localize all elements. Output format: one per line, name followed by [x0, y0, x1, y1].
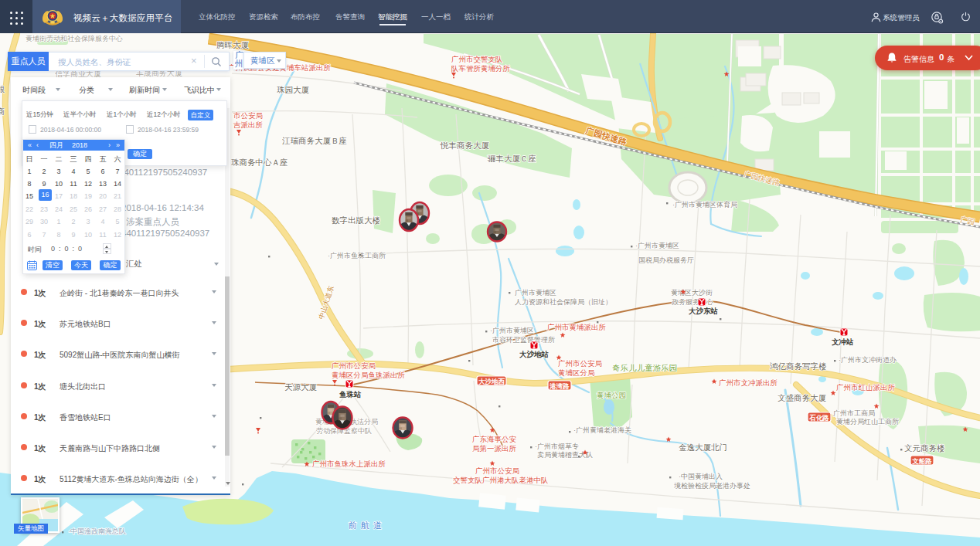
- svg-text:江瑞商务大厦Ｂ座: 江瑞商务大厦Ｂ座: [282, 136, 347, 145]
- svg-text:黄埔区大沙街: 黄埔区大沙街: [671, 289, 713, 297]
- svg-text:政务服务中心: 政务服务中心: [672, 298, 713, 306]
- svg-text:·广州黄埔老港海关: ·广州黄埔老港海关: [573, 426, 631, 434]
- svg-text:骊丰大厦Ｃ座: 骊丰大厦Ｃ座: [487, 154, 536, 163]
- svg-text:·广州市烟草专: ·广州市烟草专: [535, 443, 579, 450]
- svg-text:广州市公安局: 广州市公安局: [475, 466, 519, 475]
- svg-text:广州市鱼珠水上派出所: 广州市鱼珠水上派出所: [312, 460, 386, 468]
- svg-text:腾晖大厦: 腾晖大厦: [216, 40, 250, 49]
- svg-text:吉派出所: 吉派出所: [233, 120, 264, 129]
- svg-text:广州市工商局: 广州市工商局: [833, 409, 875, 417]
- svg-text:·广州市黄埔区: ·广州市黄埔区: [635, 242, 679, 249]
- svg-text:市公安局: 市公安局: [233, 111, 263, 120]
- svg-text:黄埔街劳动和社会保障服务中心: 黄埔街劳动和社会保障服务中心: [26, 35, 123, 42]
- svg-text:广东海事公安: 广东海事公安: [472, 435, 517, 443]
- svg-text:根: 根: [0, 85, 5, 93]
- svg-text:广州市交警支队: 广州市交警支队: [451, 55, 503, 63]
- svg-text:局第一派出所: 局第一派出所: [472, 444, 517, 453]
- svg-text:文冲站: 文冲站: [832, 337, 854, 346]
- svg-text:广州市黄埔派出所: 广州市黄埔派出所: [547, 323, 607, 331]
- svg-text:大沙东站: 大沙东站: [689, 307, 719, 315]
- svg-text:天源大厦: 天源大厦: [284, 382, 318, 392]
- svg-text:·广州市黄埔区体育局: ·广州市黄埔区体育局: [672, 201, 737, 209]
- svg-text:文元商务楼: 文元商务楼: [904, 443, 945, 453]
- svg-text:交警支队广州港大队老港中队: 交警支队广州港大队老港中队: [453, 476, 549, 484]
- svg-text:广州市红山派出所: 广州市红山派出所: [836, 383, 896, 392]
- svg-text:广州市公安局: 广州市公安局: [332, 361, 376, 370]
- svg-text:珠园大厦: 珠园大厦: [277, 85, 310, 94]
- svg-text:文船路: 文船路: [912, 457, 932, 465]
- svg-text:黄埔区分局: 黄埔区分局: [558, 368, 595, 377]
- svg-text:·广州市鱼珠工商所: ·广州市鱼珠工商所: [328, 252, 386, 259]
- svg-text:黄埔区分局鱼珠派出所: 黄埔区分局鱼珠派出所: [332, 371, 406, 379]
- svg-text:商: 商: [0, 107, 5, 116]
- svg-text:广州市文冲派出所: 广州市文冲派出所: [719, 378, 778, 387]
- svg-text:珠商务中心Ａ座: 珠商务中心Ａ座: [231, 158, 288, 167]
- svg-text:金逸大厦北门: 金逸大厦北门: [679, 443, 727, 452]
- svg-text:港湾路: 港湾路: [549, 382, 570, 390]
- svg-text:悦丰商务大厦: 悦丰商务大厦: [440, 141, 490, 150]
- svg-text:人力资源和社会保障局（旧址）: 人力资源和社会保障局（旧址）: [515, 298, 612, 306]
- svg-text:·广州市黄埔区: ·广州市黄埔区: [490, 327, 534, 334]
- svg-text:奇乐儿儿童游乐园: 奇乐儿儿童游乐园: [612, 363, 677, 372]
- svg-text:队车管所黄埔分所: 队车管所黄埔分所: [451, 64, 511, 73]
- svg-text:大沙地站: 大沙地站: [519, 350, 550, 358]
- svg-text:鱼珠站: 鱼珠站: [339, 390, 362, 398]
- svg-text:境检验检疫局老港办事处: 境检验检疫局老港办事处: [673, 482, 750, 490]
- svg-text:国税局办税服务厅: 国税局办税服务厅: [638, 256, 694, 264]
- svg-text:大沙地西: 大沙地西: [478, 378, 505, 385]
- svg-text:黄埔公园: 黄埔公园: [597, 391, 626, 399]
- svg-text:市容环卫监督管理所: 市容环卫监督管理所: [492, 336, 555, 344]
- svg-text:前航道: 前航道: [348, 521, 386, 530]
- svg-text:广州市公安局: 广州市公安局: [558, 359, 602, 368]
- svg-text:黄埔分局红山工商所: 黄埔分局红山工商所: [836, 418, 899, 426]
- svg-text:广州市黄埔区: 广州市黄埔区: [515, 289, 556, 297]
- svg-text:鸿亿商务写字楼: 鸿亿商务写字楼: [770, 361, 827, 371]
- svg-text:·中国黄埔出入: ·中国黄埔出入: [679, 473, 723, 480]
- svg-text:·中国渔政南海总队: ·中国渔政南海总队: [68, 527, 126, 535]
- svg-text:石化路: 石化路: [808, 414, 829, 422]
- svg-text:·广州市文冲街道办: ·广州市文冲街道办: [839, 356, 897, 364]
- svg-text:文盛商务大厦: 文盛商务大厦: [778, 393, 827, 402]
- svg-text:数字出版大楼: 数字出版大楼: [332, 215, 381, 225]
